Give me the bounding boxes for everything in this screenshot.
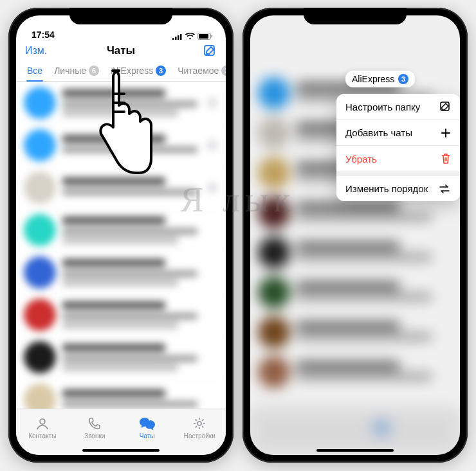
chat-row[interactable] <box>16 82 226 124</box>
chat-row[interactable] <box>16 209 226 251</box>
screen-right: AliExpress 3 Настроить папку Добавить ча… <box>250 15 460 455</box>
menu-label: Изменить порядок <box>345 183 428 194</box>
reorder-icon <box>438 184 451 193</box>
folder-label: AliExpress <box>111 66 153 76</box>
plus-icon <box>438 128 451 138</box>
svg-rect-3 <box>180 34 182 40</box>
folder-chip-label: AliExpress <box>352 74 394 84</box>
chat-row[interactable] <box>16 124 226 166</box>
avatar <box>24 129 56 161</box>
edit-button[interactable]: Изм. <box>25 45 47 56</box>
compose-icon <box>203 44 217 58</box>
screen-left: 17:54 Изм. Чаты <box>16 15 226 455</box>
svg-rect-6 <box>212 35 213 38</box>
chat-row[interactable] <box>16 336 226 378</box>
tab-bar: Контакты Звонки Чаты Настройки <box>16 409 226 455</box>
chat-row[interactable] <box>16 166 226 209</box>
nav-header: Изм. Чаты <box>16 41 226 62</box>
chat-row[interactable] <box>16 294 226 336</box>
folder-personal[interactable]: Личные 6 <box>48 62 105 81</box>
menu-label: Настроить папку <box>345 102 420 112</box>
folder-badge: 3 <box>221 66 226 76</box>
menu-remove[interactable]: Убрать <box>336 146 460 172</box>
context-menu: Настроить папку Добавить чаты Убрать Изм… <box>336 94 460 201</box>
menu-edit-folder[interactable]: Настроить папку <box>336 94 460 120</box>
folder-badge: 3 <box>156 66 166 76</box>
menu-label: Убрать <box>345 154 377 164</box>
chat-icon <box>139 416 156 431</box>
avatar <box>24 214 56 246</box>
tab-chats[interactable]: Чаты <box>121 409 174 446</box>
folder-chip-badge: 3 <box>398 74 408 84</box>
compose-button[interactable] <box>186 44 217 58</box>
avatar <box>24 341 56 373</box>
chat-list-blurred <box>16 82 226 455</box>
person-icon <box>35 416 50 431</box>
battery-icon <box>197 33 213 40</box>
svg-rect-0 <box>172 38 174 40</box>
tab-contacts[interactable]: Контакты <box>16 409 69 446</box>
folder-label: Читаемое <box>178 66 219 76</box>
tab-label: Звонки <box>84 432 105 440</box>
avatar <box>24 87 56 119</box>
chat-row[interactable] <box>16 251 226 294</box>
folder-tabs: Все Личные 6 AliExpress 3 Читаемое 3 <box>16 62 226 82</box>
folder-all[interactable]: Все <box>21 62 48 81</box>
svg-rect-2 <box>178 35 179 40</box>
avatar <box>24 172 56 204</box>
tab-calls[interactable]: Звонки <box>69 409 122 446</box>
status-time: 17:54 <box>32 30 55 40</box>
svg-point-9 <box>197 422 201 425</box>
home-indicator <box>316 449 394 452</box>
signal-icon <box>172 33 183 40</box>
svg-rect-5 <box>199 34 208 39</box>
avatar <box>24 299 56 331</box>
compose-icon <box>438 101 451 112</box>
avatar <box>24 256 56 289</box>
gear-icon <box>192 416 206 431</box>
tab-settings[interactable]: Настройки <box>174 409 226 446</box>
folder-chip[interactable]: AliExpress 3 <box>345 71 415 87</box>
tab-label: Настройки <box>184 432 215 440</box>
folder-label: Личные <box>54 66 86 76</box>
menu-add-chats[interactable]: Добавить чаты <box>336 120 460 146</box>
tab-label: Контакты <box>28 432 56 440</box>
trash-icon <box>438 153 451 164</box>
notch <box>69 8 172 24</box>
notch <box>304 8 407 24</box>
phone-icon <box>87 416 102 431</box>
wifi-icon <box>185 33 195 40</box>
tab-label: Чаты <box>140 432 155 440</box>
menu-label: Добавить чаты <box>345 127 412 138</box>
phone-left: 17:54 Изм. Чаты <box>8 8 233 463</box>
svg-point-8 <box>40 419 45 424</box>
svg-rect-1 <box>175 37 177 40</box>
folder-badge: 6 <box>89 66 99 76</box>
folder-label: Все <box>27 66 42 76</box>
folder-readable[interactable]: Читаемое 3 <box>172 62 226 81</box>
home-indicator <box>82 449 160 452</box>
menu-reorder[interactable]: Изменить порядок <box>336 172 460 201</box>
phone-right: AliExpress 3 Настроить папку Добавить ча… <box>243 8 468 463</box>
page-title: Чаты <box>56 44 186 57</box>
folder-aliexpress[interactable]: AliExpress 3 <box>105 62 172 81</box>
status-right <box>172 33 213 40</box>
